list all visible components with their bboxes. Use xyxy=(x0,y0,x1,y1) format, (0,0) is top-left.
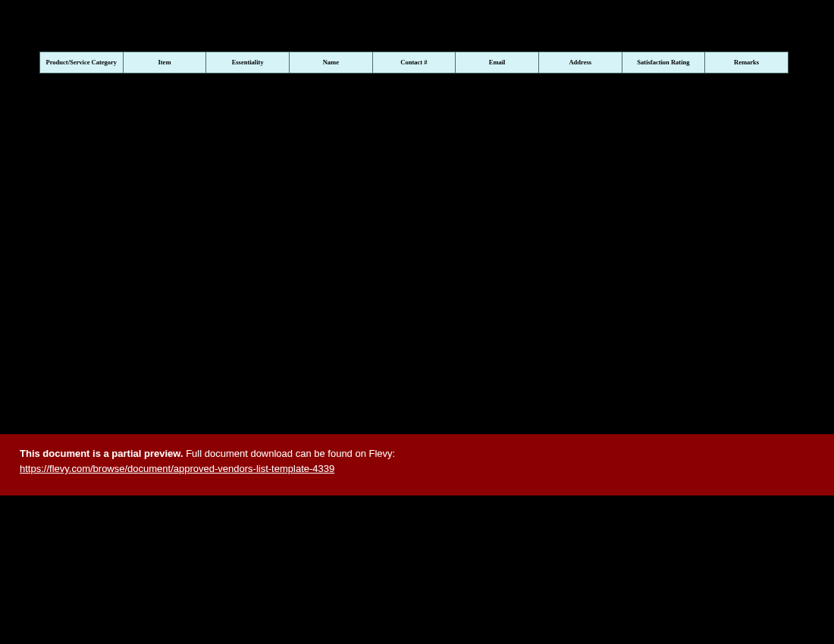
banner-line-1: This document is a partial preview. Full… xyxy=(20,446,834,461)
col-product-service-category: Product/Service Category xyxy=(40,52,124,73)
banner-link[interactable]: https://flevy.com/browse/document/approv… xyxy=(20,463,334,474)
col-item: Item xyxy=(123,52,206,73)
col-contact: Contact # xyxy=(372,52,456,73)
col-satisfaction-rating: Satisfaction Rating xyxy=(622,52,705,73)
vendors-table: Product/Service Category Item Essentiali… xyxy=(39,52,789,73)
col-remarks: Remarks xyxy=(705,52,789,73)
table-header-row: Product/Service Category Item Essentiali… xyxy=(40,52,789,73)
col-essentiality: Essentiality xyxy=(206,52,290,73)
banner-line-2: https://flevy.com/browse/document/approv… xyxy=(20,461,834,477)
col-address: Address xyxy=(538,52,622,73)
banner-rest-text: Full document download can be found on F… xyxy=(183,448,396,459)
banner-bold-text: This document is a partial preview. xyxy=(20,448,183,459)
col-email: Email xyxy=(456,52,539,73)
table-container: Product/Service Category Item Essentiali… xyxy=(39,52,789,73)
preview-banner: This document is a partial preview. Full… xyxy=(0,434,834,496)
col-name: Name xyxy=(289,52,372,73)
